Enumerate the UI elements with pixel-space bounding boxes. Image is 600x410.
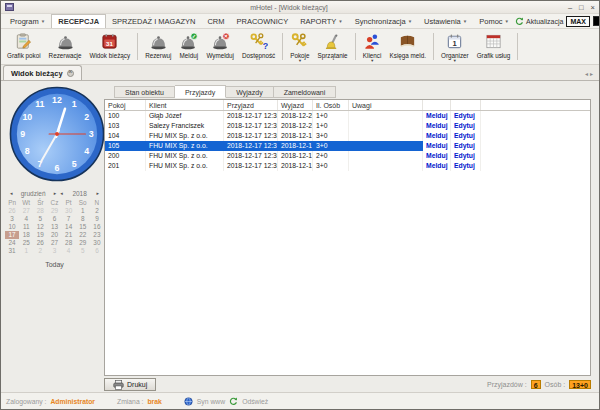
calendar-day[interactable]: 14: [62, 223, 76, 231]
print-button[interactable]: Drukuj: [104, 378, 156, 391]
calendar-day[interactable]: 5: [33, 215, 47, 223]
subtab-przyjazdy[interactable]: Przyjazdy: [175, 85, 226, 98]
calendar-day[interactable]: 16: [90, 223, 104, 231]
column-header-wyjazd[interactable]: Wyjazd: [278, 100, 313, 110]
syn-www-button[interactable]: Syn www: [197, 398, 225, 405]
edytuj-link[interactable]: Edytuj: [451, 111, 481, 121]
calendar-day[interactable]: 5: [76, 247, 90, 255]
close-button[interactable]: ×: [591, 3, 595, 12]
calendar-day[interactable]: 28: [33, 207, 47, 215]
subtab-wyjazdy[interactable]: Wyjazdy: [226, 86, 273, 98]
table-row[interactable]: 100Głąb Józef2018-12-17 12:302018-12-261…: [105, 111, 590, 121]
minimize-button[interactable]: –: [568, 3, 572, 12]
subtab-zameldowani[interactable]: Zameldowani: [274, 86, 337, 98]
menu-item-synchronizacja[interactable]: Synchronizacja▼: [349, 14, 418, 28]
calendar-day[interactable]: 1: [76, 207, 90, 215]
calendar-day[interactable]: 6: [47, 215, 61, 223]
calendar-day[interactable]: 30: [90, 239, 104, 247]
calendar-day[interactable]: 3: [47, 247, 61, 255]
edytuj-link[interactable]: Edytuj: [451, 141, 481, 151]
toolbar-button-ksi-ga-meld[interactable]: Księga meld.: [386, 30, 430, 63]
calendar-day[interactable]: 20: [47, 231, 61, 239]
calendar-day[interactable]: 2: [90, 207, 104, 215]
menu-item-ustawienia[interactable]: Ustawienia▼: [418, 14, 473, 28]
toolbar-button-organizer[interactable]: 1Organizer▼: [437, 30, 473, 63]
table-row[interactable]: 200FHU MIX Sp. z o.o.2018-12-17 12:30201…: [105, 151, 590, 161]
calendar-day[interactable]: 28: [62, 239, 76, 247]
melduj-link[interactable]: Melduj: [423, 141, 451, 151]
calendar-day[interactable]: 4: [19, 215, 33, 223]
edytuj-link[interactable]: Edytuj: [451, 121, 481, 131]
toolbar-button-wymelduj[interactable]: ✕Wymelduj: [202, 30, 238, 63]
next-year-arrow[interactable]: ▸: [94, 190, 101, 196]
melduj-link[interactable]: Melduj: [423, 151, 451, 161]
toolbar-button-dost-pno[interactable]: ?Dostępność: [238, 30, 279, 63]
calendar-day[interactable]: 9: [90, 215, 104, 223]
menu-item-crm[interactable]: CRM: [201, 14, 230, 28]
calendar-day[interactable]: 27: [19, 207, 33, 215]
calendar-day[interactable]: 1: [19, 247, 33, 255]
calendar-day[interactable]: 22: [76, 231, 90, 239]
calendar-day[interactable]: 26: [33, 239, 47, 247]
column-header-pok-j[interactable]: Pokój: [105, 100, 146, 110]
maximize-button[interactable]: □: [579, 3, 584, 12]
calendar-day[interactable]: 21: [62, 231, 76, 239]
toolbar-button-melduj[interactable]: ✓Melduj: [175, 30, 202, 63]
column-header-il-os-b[interactable]: Il. Osób: [313, 100, 349, 110]
toolbar-button-rezerwuj[interactable]: Rezerwuj: [141, 30, 175, 63]
max-button[interactable]: MAX: [566, 16, 590, 27]
edytuj-link[interactable]: Edytuj: [451, 161, 481, 171]
calendar-day[interactable]: 2: [33, 247, 47, 255]
calendar-day[interactable]: 6: [90, 247, 104, 255]
calendar-day[interactable]: 12: [33, 223, 47, 231]
calendar-day[interactable]: 29: [47, 207, 61, 215]
menu-item-raporty[interactable]: RAPORTY▼: [294, 14, 349, 28]
edytuj-link[interactable]: Edytuj: [451, 131, 481, 141]
scroll-right-icon[interactable]: ▸: [590, 71, 595, 77]
table-row[interactable]: 104FHU MIX Sp. z o.o.2018-12-17 12:30201…: [105, 131, 590, 141]
table-row[interactable]: 201FHU MIX Sp. z o.o.2018-12-17 12:30201…: [105, 161, 590, 171]
calendar-day[interactable]: 30: [62, 207, 76, 215]
today-button[interactable]: Today: [5, 261, 104, 268]
calendar-day[interactable]: 27: [47, 239, 61, 247]
calendar-day[interactable]: 13: [47, 223, 61, 231]
column-header-przyjazd[interactable]: Przyjazd: [224, 100, 278, 110]
calendar-day[interactable]: 15: [76, 223, 90, 231]
calendar-day[interactable]: 4: [62, 247, 76, 255]
calendar-day[interactable]: 23: [90, 231, 104, 239]
calendar-day[interactable]: 8: [76, 215, 90, 223]
melduj-link[interactable]: Melduj: [423, 131, 451, 141]
refresh-button[interactable]: Odśwież: [242, 398, 268, 405]
melduj-link[interactable]: Melduj: [423, 121, 451, 131]
screen-indicator[interactable]: [593, 16, 600, 26]
toolbar-button-sprz-tanie[interactable]: Sprzątanie: [314, 30, 352, 63]
table-row[interactable]: 105FHU MIX Sp. z o.o.2018-12-17 12:30201…: [105, 141, 590, 151]
tab-close-icon[interactable]: [67, 70, 74, 77]
calendar-day[interactable]: 11: [19, 223, 33, 231]
menu-item-recepcja[interactable]: RECEPCJA: [51, 14, 106, 28]
menu-item-sprzeda-i-magazyn[interactable]: SPRZEDAŻ I MAGAZYN: [106, 14, 201, 28]
calendar-day[interactable]: 31: [5, 247, 19, 255]
calendar-day[interactable]: 26: [5, 207, 19, 215]
calendar-day[interactable]: 29: [76, 239, 90, 247]
calendar-day[interactable]: 10: [5, 223, 19, 231]
table-row[interactable]: 103Salezy Franciszek2018-12-17 12:302018…: [105, 121, 590, 131]
menu-item-pomoc[interactable]: Pomoc▼: [473, 14, 515, 28]
update-button[interactable]: Aktualizacja: [515, 17, 563, 26]
toolbar-button-widok-bie-cy[interactable]: 31Widok bieżący: [86, 30, 135, 63]
menu-item-pracownicy[interactable]: PRACOWNICY: [231, 14, 295, 28]
melduj-link[interactable]: Melduj: [423, 161, 451, 171]
calendar-day[interactable]: 7: [62, 215, 76, 223]
calendar-day[interactable]: 24: [5, 239, 19, 247]
calendar-day[interactable]: 19: [33, 231, 47, 239]
edytuj-link[interactable]: Edytuj: [451, 151, 481, 161]
toolbar-button-grafik-pokoi[interactable]: Grafik pokoi: [3, 30, 45, 63]
calendar-day[interactable]: 17: [5, 231, 19, 239]
calendar-day[interactable]: 18: [19, 231, 33, 239]
toolbar-button-grafik-us-ug[interactable]: Grafik usług: [473, 30, 515, 63]
toolbar-button-rezerwacje[interactable]: Rezerwacje: [45, 30, 86, 63]
calendar-day[interactable]: 3: [5, 215, 19, 223]
toolbar-button-klienci[interactable]: Klienci▼: [359, 30, 386, 63]
menu-item-program[interactable]: Program▼: [4, 14, 51, 28]
calendar-day[interactable]: 25: [19, 239, 33, 247]
